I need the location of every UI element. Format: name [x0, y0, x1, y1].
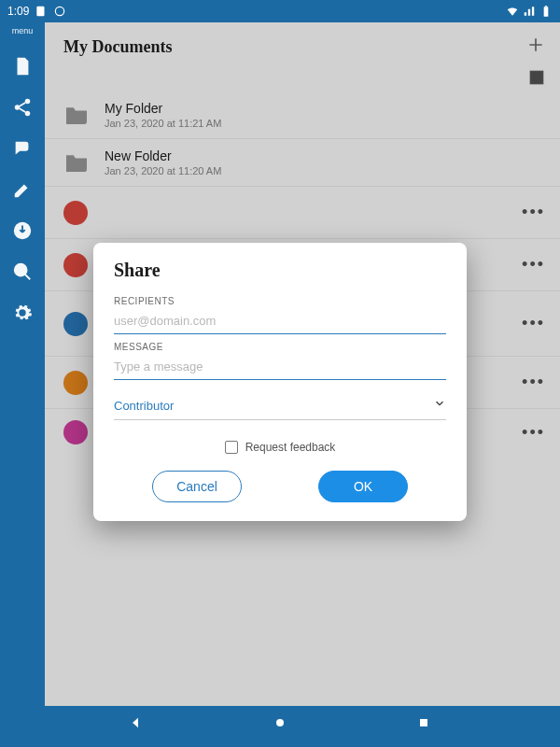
message-input[interactable] [114, 356, 446, 380]
chevron-down-icon [433, 397, 446, 414]
recipients-input[interactable] [114, 310, 446, 334]
recents-button[interactable] [416, 715, 431, 734]
svg-rect-11 [420, 719, 427, 726]
settings-icon[interactable] [12, 303, 33, 323]
menu-button[interactable]: menu [12, 26, 34, 35]
svg-rect-2 [544, 7, 549, 16]
request-feedback-checkbox[interactable] [225, 441, 238, 454]
role-value: Contributor [114, 399, 174, 413]
android-status-bar: 1:09 [0, 0, 560, 22]
svg-point-8 [15, 264, 27, 276]
download-icon[interactable] [12, 220, 33, 241]
document-icon[interactable] [12, 56, 33, 77]
back-button[interactable] [129, 715, 144, 734]
sidebar: menu [0, 22, 45, 706]
edit-icon[interactable] [12, 179, 33, 200]
wifi-icon [506, 5, 519, 18]
svg-point-5 [15, 105, 21, 110]
message-label: MESSAGE [114, 342, 446, 352]
status-app-icon-1 [35, 5, 48, 18]
android-nav-bar [0, 706, 560, 743]
request-feedback-label: Request feedback [245, 441, 336, 454]
dialog-title: Share [114, 260, 446, 281]
share-dialog: Share RECIPIENTS MESSAGE Contributor Req… [93, 243, 467, 521]
status-clock: 1:09 [7, 5, 29, 18]
svg-rect-3 [545, 6, 547, 7]
recipients-label: RECIPIENTS [114, 296, 446, 306]
signal-icon [523, 5, 536, 18]
share-icon[interactable] [12, 97, 33, 118]
chat-icon[interactable] [12, 138, 33, 159]
svg-rect-0 [37, 7, 45, 17]
status-app-icon-2 [53, 5, 66, 18]
svg-point-4 [25, 99, 31, 105]
home-button[interactable] [273, 715, 287, 734]
battery-icon [539, 5, 553, 18]
role-dropdown[interactable]: Contributor [114, 389, 446, 420]
svg-point-6 [25, 111, 31, 117]
search-icon[interactable] [12, 261, 33, 282]
svg-point-10 [276, 719, 284, 726]
cancel-button[interactable]: Cancel [152, 471, 242, 502]
ok-button[interactable]: OK [318, 471, 408, 502]
svg-point-1 [56, 7, 64, 15]
